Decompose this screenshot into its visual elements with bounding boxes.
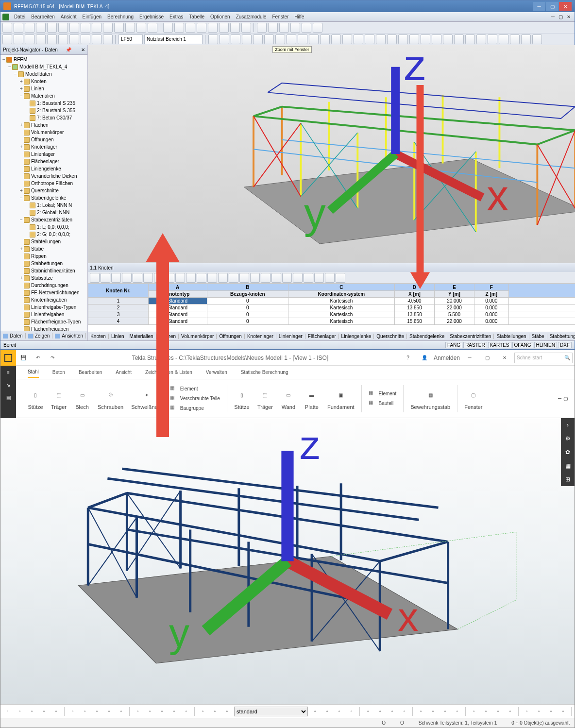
- tree-item[interactable]: +Knotenlager: [1, 143, 86, 151]
- tree-item[interactable]: 2: Global; NNN: [1, 209, 86, 216]
- toolbar-button[interactable]: [92, 23, 101, 33]
- toolbar-button[interactable]: [47, 23, 57, 33]
- nav-tab-daten[interactable]: Daten: [0, 333, 26, 339]
- toolbar-button[interactable]: [218, 273, 228, 283]
- toolbar-button[interactable]: [443, 34, 453, 44]
- toolbar-button[interactable]: [47, 34, 57, 44]
- toolbar-button[interactable]: [309, 34, 319, 44]
- toolbar-button[interactable]: [398, 34, 408, 44]
- toolbar-button[interactable]: [220, 34, 229, 44]
- toolbar-button[interactable]: [314, 273, 324, 283]
- toolbar-button[interactable]: [174, 23, 184, 33]
- toolbar-button[interactable]: [36, 34, 46, 44]
- toolbar-button[interactable]: [103, 23, 113, 33]
- menu-tabelle[interactable]: Tabelle: [186, 14, 207, 19]
- fenster-button[interactable]: ▢Fenster: [464, 387, 482, 410]
- toolbar-button[interactable]: [2, 34, 12, 44]
- tree-item[interactable]: Durchdringungen: [1, 282, 86, 289]
- bottom-tool[interactable]: ▫: [116, 706, 126, 717]
- bottom-tool[interactable]: ▫: [68, 706, 78, 717]
- ribbon-tab-2[interactable]: Bearbeiten: [79, 367, 102, 377]
- tree-item[interactable]: Flächenlager: [1, 158, 86, 165]
- bottom-tool[interactable]: ▫: [181, 706, 191, 717]
- loadcase-name-combo[interactable]: Nutzlast Bereich 1: [144, 34, 203, 44]
- toolbar-button[interactable]: [521, 34, 531, 44]
- toolbar-button[interactable]: [320, 34, 330, 44]
- tree-item[interactable]: +Querschnitte: [1, 187, 86, 194]
- side-menu-icon[interactable]: ≡: [0, 366, 16, 378]
- tree-item[interactable]: Veränderliche Dicken: [1, 172, 86, 180]
- toolbar-button[interactable]: [342, 34, 352, 44]
- toolbar-button[interactable]: [111, 273, 121, 283]
- toolbar-button[interactable]: [122, 273, 132, 283]
- table-tab[interactable]: Stabendgelenke: [407, 334, 447, 339]
- ribbon-blech[interactable]: ▭Blech: [74, 387, 90, 410]
- table-tab[interactable]: Linienlager: [276, 334, 305, 339]
- ribbon-tab-1[interactable]: Beton: [52, 367, 65, 377]
- menu-datei[interactable]: Datei: [11, 14, 28, 19]
- ribbon2-stütze[interactable]: ▯Stütze: [234, 387, 250, 410]
- toolbar-button[interactable]: [81, 34, 90, 44]
- toolbar-button[interactable]: [207, 273, 217, 283]
- tree-item[interactable]: Stabteilungen: [1, 238, 86, 245]
- toolbar-button[interactable]: [287, 34, 296, 44]
- bottom-tool[interactable]: ▫: [2, 706, 13, 717]
- bottom-tool[interactable]: ▫: [169, 706, 179, 717]
- tree-item[interactable]: +Knoten: [1, 78, 86, 85]
- bottom-tool[interactable]: ▫: [387, 706, 397, 717]
- tree-item[interactable]: Öffnungen: [1, 136, 86, 143]
- bottom-tool[interactable]: ▫: [27, 706, 37, 717]
- bottom-tool[interactable]: ▫: [493, 706, 503, 717]
- bottom-tool[interactable]: ▫: [104, 706, 114, 717]
- tree-item[interactable]: 1: Baustahl S 235: [1, 100, 86, 107]
- toolbar-button[interactable]: [14, 23, 23, 33]
- toolbar-button[interactable]: [336, 273, 345, 283]
- navigator-close[interactable]: ✕: [81, 47, 85, 52]
- tree-item[interactable]: +Linien: [1, 85, 86, 92]
- maximize-button[interactable]: ▢: [546, 2, 558, 11]
- toolbar-button[interactable]: [313, 23, 322, 33]
- tree-item[interactable]: 2: Baustahl S 355: [1, 107, 86, 114]
- nav-tab-ansichten[interactable]: Ansichten: [52, 333, 86, 339]
- toolbar-button[interactable]: [304, 273, 313, 283]
- ribbon-tab-5[interactable]: Verwalten: [206, 367, 227, 377]
- loadcase-combo[interactable]: LF50: [118, 34, 143, 44]
- toolbar-button[interactable]: [476, 34, 486, 44]
- bottom-tool[interactable]: ▫: [39, 706, 49, 717]
- bottom-tool[interactable]: ▫: [346, 706, 356, 717]
- menu-ansicht[interactable]: Ansicht: [58, 14, 80, 19]
- bottom-tool[interactable]: ▫: [15, 706, 25, 717]
- toolbar-button[interactable]: [242, 34, 252, 44]
- tree-item[interactable]: −Stabendgelenke: [1, 194, 86, 202]
- toolbar-button[interactable]: [163, 23, 173, 33]
- tree-item[interactable]: Linienlager: [1, 151, 86, 158]
- toolbar-button[interactable]: [257, 23, 267, 33]
- bottom-tool[interactable]: ▫: [481, 706, 491, 717]
- toolbar-button[interactable]: [197, 273, 206, 283]
- toolbar-button[interactable]: [454, 34, 464, 44]
- ribbon2-platte[interactable]: ▬Platte: [304, 387, 320, 410]
- tree-item[interactable]: Stabnichtlinearitäten: [1, 267, 86, 274]
- menu-berechnung[interactable]: Berechnung: [104, 14, 136, 19]
- toolbar-button[interactable]: [229, 273, 238, 283]
- menu-extras[interactable]: Extras: [167, 14, 186, 19]
- menu-fenster[interactable]: Fenster: [269, 14, 291, 19]
- bottom-tool[interactable]: ▫: [133, 706, 143, 717]
- ribbon-tab-0[interactable]: Stahl: [28, 367, 39, 378]
- table-tab[interactable]: Linien: [109, 334, 127, 339]
- tree-item[interactable]: +Stäbe: [1, 245, 86, 253]
- bottom-tool[interactable]: ▫: [51, 706, 61, 717]
- toolbar-button[interactable]: [101, 273, 110, 283]
- ribbon-träger[interactable]: ⬚Träger: [51, 387, 67, 410]
- toolbar-button[interactable]: [208, 34, 218, 44]
- toolbar-button[interactable]: [387, 34, 397, 44]
- bottom-tool[interactable]: ▫: [452, 706, 462, 717]
- toolbar-button[interactable]: [409, 34, 419, 44]
- toolbar-button[interactable]: [271, 273, 281, 283]
- menu-zusatzmodule[interactable]: Zusatzmodule: [233, 14, 270, 19]
- bottom-tool[interactable]: ▫: [322, 706, 332, 717]
- bottom-tool[interactable]: ▫: [399, 706, 409, 717]
- help-icon[interactable]: ?: [401, 351, 415, 365]
- toolbar-button[interactable]: [114, 23, 124, 33]
- toolbar-button[interactable]: [2, 23, 12, 33]
